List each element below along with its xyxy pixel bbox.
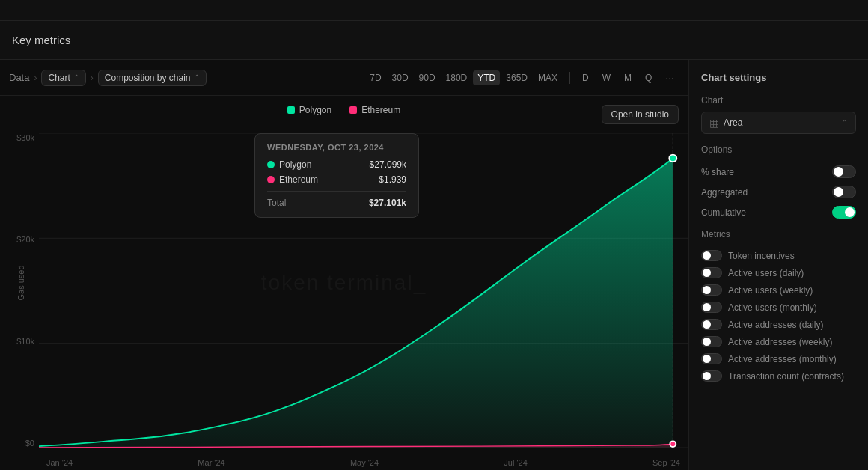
legend-polygon: Polygon bbox=[287, 105, 331, 115]
tooltip-total-value: $27.101k bbox=[369, 198, 406, 208]
chart-pill-label: Chart bbox=[48, 73, 70, 83]
time-filter-buttons: 7D 30D 90D 180D YTD 365D MAX bbox=[365, 70, 562, 85]
tooltip-divider bbox=[267, 191, 406, 192]
pct-share-knob bbox=[834, 167, 843, 177]
period-d[interactable]: D bbox=[578, 70, 593, 85]
metric-label-transaction-count: Transaction count (contracts) bbox=[728, 371, 844, 382]
metric-toggle-active-addresses-daily[interactable] bbox=[701, 319, 722, 330]
metric-toggle-active-addresses-weekly[interactable] bbox=[701, 336, 722, 347]
settings-title: Chart settings bbox=[701, 72, 856, 83]
tooltip-polygon-dot bbox=[267, 161, 275, 168]
aggregated-row: Aggregated bbox=[701, 186, 856, 198]
cumulative-toggle[interactable] bbox=[832, 206, 856, 219]
divider-1 bbox=[569, 72, 570, 84]
pct-share-label: % share bbox=[701, 167, 734, 177]
metric-toggle-active-users-weekly[interactable] bbox=[701, 284, 722, 296]
tooltip-ethereum-value: $1.939 bbox=[379, 174, 406, 185]
chart-panel: Data › Chart ⌃ › Composition by chain ⌃ … bbox=[0, 60, 688, 470]
tooltip-polygon-label: Polygon bbox=[267, 159, 311, 170]
metric-toggle-transaction-count[interactable] bbox=[701, 370, 722, 382]
ethereum-legend-dot bbox=[349, 106, 357, 114]
metric-active-users-weekly[interactable]: Active users (weekly) bbox=[701, 284, 856, 296]
metric-token-incentives[interactable]: Token incentives bbox=[701, 250, 856, 261]
ethereum-legend-label: Ethereum bbox=[361, 105, 400, 115]
metric-label-active-addresses-weekly: Active addresses (weekly) bbox=[728, 337, 832, 347]
cumulative-label: Cumulative bbox=[701, 207, 746, 218]
metric-active-users-monthly[interactable]: Active users (monthly) bbox=[701, 302, 856, 313]
chart-breadcrumb-pill[interactable]: Chart ⌃ bbox=[41, 70, 85, 86]
breadcrumb-data[interactable]: Data bbox=[9, 72, 29, 83]
metric-transaction-count[interactable]: Transaction count (contracts) bbox=[701, 370, 856, 382]
x-label-jul: Jul '24 bbox=[504, 458, 527, 467]
pct-share-row: % share bbox=[701, 165, 856, 178]
chart-legend: Polygon Ethereum bbox=[0, 105, 688, 115]
y-label-0: $0 bbox=[25, 439, 34, 448]
y-label-20k: $20k bbox=[16, 235, 34, 244]
metric-label-active-users-daily: Active users (daily) bbox=[728, 268, 804, 278]
time-365d[interactable]: 365D bbox=[501, 70, 532, 85]
x-axis: Jan '24 Mar '24 May '24 Jul '24 Sep '24 bbox=[39, 458, 688, 467]
metric-active-users-daily[interactable]: Active users (daily) bbox=[701, 267, 856, 278]
time-max[interactable]: MAX bbox=[534, 70, 562, 85]
settings-panel: Chart settings Chart ▦ Area ⌃ Options % … bbox=[688, 60, 868, 470]
tooltip-date: WEDNESDAY, OCT 23, 2024 bbox=[267, 143, 406, 152]
x-label-sep: Sep '24 bbox=[652, 458, 680, 467]
key-metrics-title: Key metrics bbox=[12, 34, 70, 46]
chart-section-label: Chart bbox=[701, 95, 856, 106]
main-layout: Data › Chart ⌃ › Composition by chain ⌃ … bbox=[0, 60, 868, 470]
aggregated-label: Aggregated bbox=[701, 187, 748, 198]
chart-type-arrow: ⌃ bbox=[841, 118, 848, 128]
metric-toggle-active-users-daily[interactable] bbox=[701, 267, 722, 278]
more-options-button[interactable]: ··· bbox=[661, 70, 679, 85]
polygon-legend-label: Polygon bbox=[299, 105, 331, 115]
options-section: % share Aggregated Cumulative bbox=[701, 165, 856, 219]
period-m[interactable]: M bbox=[620, 70, 636, 85]
period-q[interactable]: Q bbox=[641, 70, 656, 85]
time-180d[interactable]: 180D bbox=[441, 70, 472, 85]
chart-pill-arrow: ⌃ bbox=[73, 73, 79, 82]
metric-toggle-token-incentives[interactable] bbox=[701, 250, 722, 261]
breadcrumb-sep-1: › bbox=[34, 73, 37, 83]
metric-toggle-active-users-monthly[interactable] bbox=[701, 302, 722, 313]
tooltip-ethereum-row: Ethereum $1.939 bbox=[267, 174, 406, 185]
chart-type-label: Area bbox=[724, 117, 742, 128]
y-axis: $30k $20k $10k $0 bbox=[0, 133, 39, 448]
time-7d[interactable]: 7D bbox=[365, 70, 385, 85]
x-label-jan: Jan '24 bbox=[46, 458, 73, 467]
cumulative-knob bbox=[845, 207, 855, 217]
metric-active-addresses-monthly[interactable]: Active addresses (monthly) bbox=[701, 353, 856, 364]
metric-label-active-addresses-daily: Active addresses (daily) bbox=[728, 320, 823, 330]
time-ytd[interactable]: YTD bbox=[473, 70, 500, 85]
pct-share-toggle[interactable] bbox=[832, 165, 856, 178]
metric-label-active-addresses-monthly: Active addresses (monthly) bbox=[728, 354, 837, 364]
top-bar bbox=[0, 0, 868, 21]
legend-ethereum: Ethereum bbox=[349, 105, 400, 115]
breadcrumb-sep-2: › bbox=[91, 73, 94, 83]
tooltip-polygon-value: $27.099k bbox=[370, 159, 406, 170]
time-30d[interactable]: 30D bbox=[388, 70, 413, 85]
metrics-section-label: Metrics bbox=[701, 229, 856, 239]
metric-label-active-users-weekly: Active users (weekly) bbox=[728, 285, 813, 296]
composition-pill-label: Composition by chain bbox=[105, 73, 191, 83]
aggregated-toggle[interactable] bbox=[832, 186, 856, 198]
open-studio-button[interactable]: Open in studio bbox=[602, 105, 679, 124]
cumulative-row: Cumulative bbox=[701, 206, 856, 219]
x-label-mar: Mar '24 bbox=[198, 458, 224, 467]
x-label-may: May '24 bbox=[350, 458, 379, 467]
tooltip-ethereum-dot bbox=[267, 176, 275, 183]
chart-type-selector[interactable]: ▦ Area ⌃ bbox=[701, 112, 856, 134]
chart-controls: Data › Chart ⌃ › Composition by chain ⌃ … bbox=[0, 60, 688, 96]
metrics-section: Token incentives Active users (daily) Ac… bbox=[701, 250, 856, 382]
polygon-legend-dot bbox=[287, 106, 295, 114]
metric-toggle-active-addresses-monthly[interactable] bbox=[701, 353, 722, 364]
tooltip-total-label: Total bbox=[267, 198, 286, 208]
metric-label-token-incentives: Token incentives bbox=[728, 251, 795, 261]
time-90d[interactable]: 90D bbox=[415, 70, 440, 85]
tooltip-polygon-row: Polygon $27.099k bbox=[267, 159, 406, 170]
svg-point-6 bbox=[670, 441, 676, 447]
period-w[interactable]: W bbox=[598, 70, 615, 85]
metric-active-addresses-daily[interactable]: Active addresses (daily) bbox=[701, 319, 856, 330]
composition-breadcrumb-pill[interactable]: Composition by chain ⌃ bbox=[98, 70, 207, 86]
y-label-10k: $10k bbox=[16, 337, 34, 346]
metric-active-addresses-weekly[interactable]: Active addresses (weekly) bbox=[701, 336, 856, 347]
